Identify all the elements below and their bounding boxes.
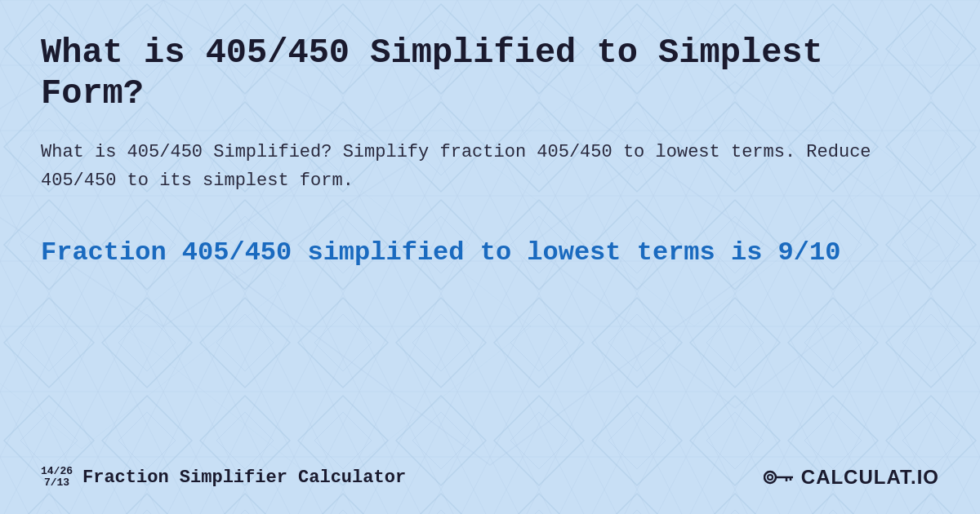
site-name: Fraction Simplifier Calculator	[82, 467, 406, 488]
logo: CALCULAT.IO	[764, 465, 939, 490]
logo-icon	[764, 465, 796, 490]
footer: 14/26 7/13 Fraction Simplifier Calculato…	[41, 465, 939, 490]
svg-point-13	[764, 472, 776, 483]
fraction-bottom: 7/13	[44, 477, 69, 489]
fraction-stack: 14/26 7/13	[41, 466, 73, 490]
result-section: Fraction 405/450 simplified to lowest te…	[41, 236, 939, 270]
page-title: What is 405/450 Simplified to Simplest F…	[41, 33, 939, 115]
logo-text: CALCULAT.IO	[801, 466, 939, 489]
fraction-top: 14/26	[41, 466, 73, 477]
svg-point-14	[768, 475, 773, 480]
result-text: Fraction 405/450 simplified to lowest te…	[41, 236, 939, 270]
description-text: What is 405/450 Simplified? Simplify fra…	[41, 138, 939, 195]
